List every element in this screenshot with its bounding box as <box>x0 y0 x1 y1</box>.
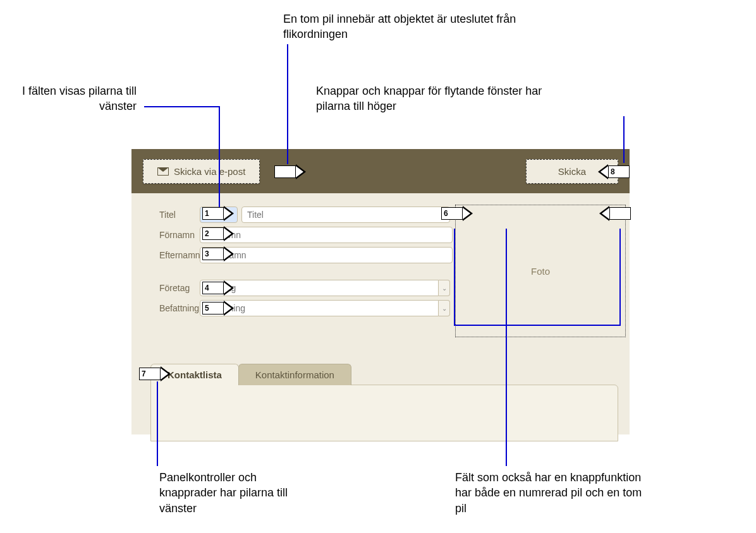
tab-arrow-2: 2 <box>202 226 234 241</box>
callout-right-upper: Knappar och knappar för flytande fönster… <box>316 83 544 114</box>
leader-line <box>219 106 220 207</box>
leader-line <box>287 44 288 164</box>
callout-bottom-left: Panelkontroller och knapprader har pilar… <box>159 470 305 516</box>
leader-line <box>454 325 621 326</box>
chevron-down-icon[interactable]: ⌄ <box>439 300 450 316</box>
input-fornamn[interactable] <box>200 227 453 243</box>
label-befattning: Befattning <box>159 303 200 313</box>
tab-body <box>150 385 618 441</box>
foto-label: Foto <box>531 266 550 277</box>
leader-line <box>157 381 158 466</box>
tab-arrow-7: 7 <box>139 366 171 381</box>
tab-arrow-empty-email <box>274 164 306 179</box>
input-titel[interactable] <box>241 207 450 223</box>
tab-arrow-6: 6 <box>441 206 473 221</box>
tab-arrow-4: 4 <box>202 280 234 296</box>
leader-line <box>506 229 507 466</box>
select-foretag[interactable]: ⌄ <box>200 280 450 296</box>
chevron-down-icon[interactable]: ⌄ <box>439 280 450 296</box>
email-button-label: Skicka via e-post <box>174 166 245 177</box>
email-button[interactable]: Skicka via e-post <box>143 159 260 184</box>
tab-arrow-1: 1 <box>202 206 234 221</box>
tab-arrow-3: 3 <box>202 246 234 261</box>
tab-arrow-5: 5 <box>202 301 234 316</box>
label-fornamn: Förnamn <box>159 230 200 240</box>
callout-top-center: En tom pil innebär att objektet är utesl… <box>283 11 568 42</box>
submit-button-label: Skicka <box>558 166 586 177</box>
tab-bar: Kontaktlista Kontaktinformation <box>150 364 618 385</box>
label-foretag: Företag <box>159 283 200 293</box>
tab-panel: Kontaktlista Kontaktinformation <box>150 364 618 441</box>
callout-bottom-right: Fält som också har en knappfunktion har … <box>455 470 645 516</box>
toolbar: Skicka via e-post Skicka <box>131 149 630 193</box>
leader-line <box>623 116 625 163</box>
tab-arrow-8: 8 <box>598 164 630 179</box>
select-befattning[interactable]: ⌄ <box>200 300 450 316</box>
foto-container[interactable]: Foto <box>455 205 626 337</box>
leader-line <box>144 106 220 107</box>
tab-kontaktinformation[interactable]: Kontaktinformation <box>238 364 351 385</box>
label-efternamn: Efternamn <box>159 250 200 260</box>
input-foretag[interactable] <box>200 280 439 296</box>
tab-arrow-empty-foto <box>599 206 631 221</box>
input-befattning[interactable] <box>200 300 439 316</box>
label-titel: Titel <box>159 210 200 220</box>
callout-left-upper: I fälten visas pilarna till vänster <box>0 83 137 114</box>
leader-line <box>454 229 455 326</box>
input-efternamn[interactable] <box>200 247 453 263</box>
leader-line <box>619 229 621 326</box>
app-window: Skicka via e-post Skicka Titel Förnamn E… <box>131 149 630 434</box>
envelope-icon <box>157 167 169 176</box>
